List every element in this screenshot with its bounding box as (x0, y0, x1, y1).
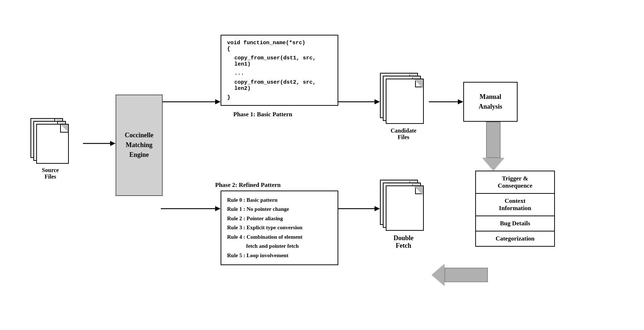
code-line6: } (227, 95, 332, 101)
double-fetch: Double Fetch (380, 180, 427, 250)
source-files-pages (30, 118, 70, 165)
source-page-3 (36, 124, 69, 164)
rule1: Rule 1 : No pointer change (227, 205, 332, 214)
arrow-head-down (482, 158, 504, 171)
svg-marker-7 (458, 99, 463, 104)
svg-marker-1 (110, 141, 116, 146)
svg-marker-9 (215, 206, 221, 211)
rule3: Rule 3 : Explicit type conversion (227, 223, 332, 233)
coccinelle-label: CoccinelleMatchingEngine (125, 130, 154, 160)
big-arrow-down (482, 122, 504, 171)
code-line1: void function_name(*src) (227, 40, 332, 46)
source-files-label: Source Files (30, 167, 70, 180)
svg-marker-5 (375, 99, 380, 104)
bug-label: Bug Details (500, 220, 530, 227)
rules-box: Rule 0 : Basic pattern Rule 1 : No point… (221, 191, 338, 266)
trigger-label: Trigger &Consequence (498, 175, 532, 189)
categorization-label: Categorization (495, 235, 535, 242)
arrow-shaft-down (486, 122, 501, 158)
bug-details-cell: Bug Details (476, 216, 554, 231)
arrow-head-left (432, 264, 444, 286)
manual-analysis-box: ManualAnalysis (463, 82, 518, 122)
code-box: void function_name(*src) { copy_from_use… (221, 35, 338, 106)
candidate-page-3 (386, 79, 424, 124)
diagram-container: Source Files CoccinelleMatchingEngine vo… (0, 0, 644, 330)
code-line4: ... (227, 70, 332, 76)
context-label: Context Information (499, 197, 531, 212)
df-page-3 (386, 185, 424, 231)
categorization-cell: Categorization (476, 231, 554, 246)
code-line2: { (227, 46, 332, 52)
rule4: Rule 4 : Combination of element fetch an… (227, 233, 332, 251)
rule5: Rule 5 : Loop involvement (227, 251, 332, 260)
rule0: Rule 0 : Basic pattern (227, 196, 332, 205)
svg-marker-11 (375, 206, 380, 211)
trigger-consequence-cell: Trigger &Consequence (476, 171, 554, 194)
code-line3: copy_from_user(dst1, src, len1) (227, 55, 332, 67)
manual-label: ManualAnalysis (478, 92, 502, 112)
rule2: Rule 2 : Pointer aliasing (227, 214, 332, 224)
double-fetch-pages (380, 180, 427, 232)
code-line5: copy_from_user(dst2, src, len2) (227, 79, 332, 92)
arrow-shaft-left (444, 268, 488, 282)
coccinelle-box: CoccinelleMatchingEngine (116, 95, 163, 196)
svg-marker-3 (215, 99, 221, 104)
context-information-cell: Context Information (476, 194, 554, 216)
diagram-inner: Source Files CoccinelleMatchingEngine vo… (23, 17, 621, 314)
double-fetch-label: Double Fetch (380, 234, 427, 250)
candidate-pages (380, 73, 427, 125)
candidate-files: Candidate Files (380, 73, 427, 141)
source-files: Source Files (30, 118, 70, 180)
candidate-files-label: Candidate Files (380, 128, 427, 141)
phase2-label: Phase 2: Refined Pattern (215, 181, 281, 189)
info-section: Trigger &Consequence Context Information… (475, 171, 555, 247)
big-arrow-left (432, 264, 488, 286)
phase1-label: Phase 1: Basic Pattern (233, 111, 292, 118)
